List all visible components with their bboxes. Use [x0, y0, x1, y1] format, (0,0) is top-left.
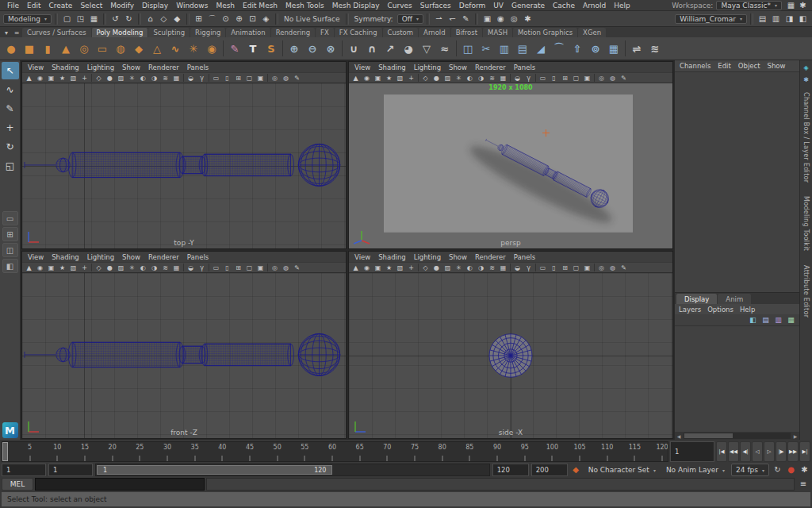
menu-file[interactable]: File [3, 2, 23, 10]
shelf-tab-xgen[interactable]: XGen [578, 28, 606, 37]
menu-arnold[interactable]: Arnold [579, 2, 610, 10]
layout-outliner-persp-button[interactable]: ◧ [2, 259, 18, 273]
snap-to-projected-center-icon[interactable]: ⊕ [233, 13, 245, 25]
film-gate-icon[interactable]: ▯ [222, 73, 232, 83]
grease-pencil-icon[interactable]: ✎ [292, 263, 302, 272]
image-plane-icon[interactable]: ▧ [68, 73, 79, 83]
camera-attributes-icon[interactable]: ▣ [46, 73, 56, 83]
motion-blur-icon[interactable]: ≋ [487, 263, 497, 272]
shelf-platonic-solid[interactable]: ◆ [130, 40, 147, 58]
layer-list[interactable] [675, 326, 799, 432]
shelf-mirror[interactable]: ◫ [459, 40, 477, 58]
bookmarks-icon[interactable]: ★ [384, 263, 394, 272]
viewport-menu-lighting[interactable]: Lighting [84, 64, 117, 71]
scrollbar-track[interactable] [684, 433, 791, 439]
character-set-key-icon[interactable]: ◆ [570, 464, 582, 476]
workspace-grid-icon[interactable]: ▦ [785, 0, 797, 11]
textured-icon[interactable]: ▨ [442, 73, 453, 83]
scroll-left-icon[interactable]: ◀ [675, 433, 683, 439]
safe-title-icon[interactable]: ▣ [582, 73, 592, 83]
screen-space-ao-icon[interactable]: ◑ [476, 263, 486, 272]
side-tab-channel-box-layer-editor[interactable]: Channel Box / Layer Editor [802, 87, 810, 188]
range-slider-bar[interactable]: 1 120 [97, 465, 332, 475]
resolution-gate-icon[interactable]: ▭ [538, 263, 548, 272]
shelf-boolean-intersection[interactable]: ⊗ [322, 40, 339, 58]
viewport-menu-shading[interactable]: Shading [48, 253, 82, 261]
step-back-frame-button[interactable]: ◀| [740, 441, 751, 462]
viewport-canvas-top[interactable]: top -Y [22, 83, 346, 248]
layout-two-pane-button[interactable]: ◫ [2, 243, 18, 257]
snap-to-grid-icon[interactable]: ⊞ [193, 13, 205, 25]
select-camera-icon[interactable]: ▲ [24, 263, 34, 272]
use-all-lights-icon[interactable]: ✳ [127, 73, 137, 83]
select-camera-icon[interactable]: ▲ [350, 263, 361, 272]
shelf-tab-animation[interactable]: Animation [226, 28, 270, 37]
image-plane-icon[interactable]: ▧ [395, 263, 405, 272]
toggle-attribute-editor-icon[interactable]: ◨ [783, 13, 795, 25]
menu-edit-mesh[interactable]: Edit Mesh [239, 2, 282, 10]
shelf-smooth[interactable]: ≈ [436, 40, 454, 58]
menu-mesh[interactable]: Mesh [212, 2, 239, 10]
shelf-bridge[interactable]: ⌒ [550, 40, 568, 58]
field-chart-icon[interactable]: ⊞ [560, 263, 570, 272]
shelf-target-weld[interactable]: ⊚ [587, 40, 604, 58]
step-forward-frame-button[interactable]: |▶ [776, 441, 787, 462]
rotate-tool[interactable]: ↻ [2, 138, 19, 156]
shelf-3d-type[interactable]: T [244, 40, 262, 58]
fps-selector[interactable]: 24 fps▾ [731, 464, 769, 476]
2d-pan-zoom-icon[interactable]: + [79, 73, 90, 83]
construction-history-icon[interactable]: ✎ [460, 13, 472, 25]
shelf-tab-rigging[interactable]: Rigging [190, 28, 225, 37]
layer-editor-scrollbar[interactable]: ◀ ▶ [675, 432, 799, 440]
sidebar-pin-icon[interactable]: ◈ [802, 63, 811, 72]
shelf-poly-disc[interactable]: ◍ [112, 40, 129, 58]
shelf-bevel[interactable]: ◢ [532, 40, 550, 58]
motion-blur-icon[interactable]: ≋ [487, 73, 497, 83]
workspace-selector[interactable]: Maya Classic* ▾ [716, 1, 782, 10]
image-plane-icon[interactable]: ▧ [68, 263, 79, 272]
viewport-menu-show[interactable]: Show [119, 64, 144, 71]
snap-to-view-plane-icon[interactable]: ⊡ [247, 13, 259, 25]
viewport-menu-lighting[interactable]: Lighting [411, 64, 444, 71]
safe-title-icon[interactable]: ▣ [582, 263, 592, 272]
new-empty-layer-icon[interactable]: ▤ [760, 315, 771, 325]
layer-menu-layers[interactable]: Layers [679, 306, 701, 314]
current-frame-field[interactable]: 1 [670, 441, 714, 462]
select-tool[interactable]: ↖ [2, 62, 19, 79]
shelf-tab-sculpting[interactable]: Sculpting [148, 28, 190, 37]
menu-cache[interactable]: Cache [549, 2, 579, 10]
shelf-extract[interactable]: ↗ [381, 40, 399, 58]
auto-keyframe-icon[interactable]: ● [785, 464, 797, 476]
shadows-icon[interactable]: ◐ [465, 263, 475, 272]
undo-icon[interactable]: ↺ [109, 13, 121, 25]
motion-blur-icon[interactable]: ≋ [160, 263, 170, 272]
select-hierarchy-icon[interactable]: ⌂ [144, 13, 156, 25]
grease-pencil-icon[interactable]: ✎ [619, 73, 629, 83]
grease-pencil-icon[interactable]: ✎ [292, 73, 302, 83]
shelf-combine[interactable]: ∪ [345, 40, 362, 58]
safe-action-icon[interactable]: ▢ [244, 263, 255, 272]
resolution-gate-icon[interactable]: ▭ [211, 263, 221, 272]
layer-options-icon[interactable]: ▦ [786, 315, 796, 325]
menu-uv[interactable]: UV [489, 2, 508, 10]
shelf-boolean-difference[interactable]: ⊖ [304, 40, 321, 58]
film-gate-icon[interactable]: ▯ [222, 263, 232, 272]
shelf-poly-cone[interactable]: ▲ [57, 40, 75, 58]
textured-icon[interactable]: ▨ [442, 263, 453, 272]
grease-pencil-icon[interactable]: ✎ [619, 263, 629, 272]
shelf-extrude[interactable]: ⇧ [569, 40, 586, 58]
playback-end-field[interactable]: 120 [492, 464, 529, 476]
shadows-icon[interactable]: ◐ [138, 73, 148, 83]
gamma-icon[interactable]: γ [197, 263, 207, 272]
viewport-menu-renderer[interactable]: Renderer [145, 253, 182, 261]
shelf-tab-arnold[interactable]: Arnold [419, 28, 450, 37]
resolution-gate-icon[interactable]: ▭ [538, 73, 548, 83]
command-line-input[interactable] [35, 478, 205, 491]
screen-space-ao-icon[interactable]: ◑ [476, 73, 486, 83]
select-object-icon[interactable]: ◇ [158, 13, 170, 25]
menu-mesh-display[interactable]: Mesh Display [328, 2, 384, 10]
layer-tab-anim[interactable]: Anim [718, 294, 751, 304]
smooth-shade-icon[interactable]: ● [431, 73, 442, 83]
go-to-end-button[interactable]: ▶| [799, 441, 810, 462]
shelf-sculpt-tool[interactable]: ✎ [226, 40, 243, 58]
